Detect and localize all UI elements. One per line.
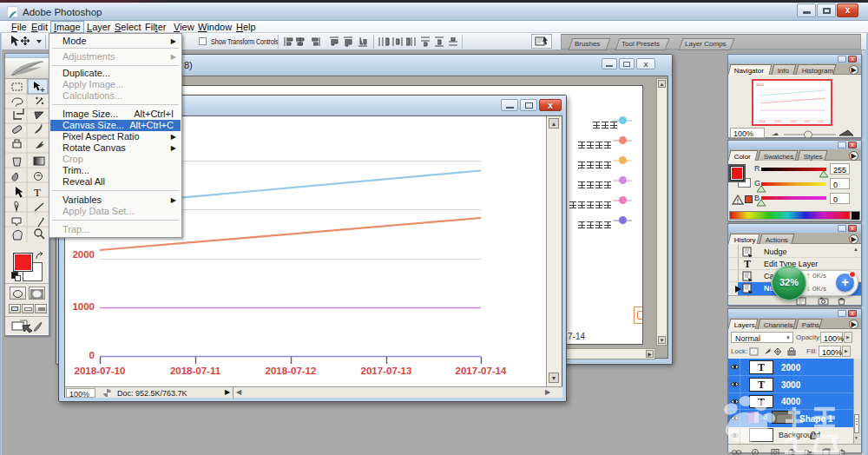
- svg-text:0: 0: [89, 350, 95, 360]
- svg-text:2017-07-14: 2017-07-14: [456, 366, 507, 376]
- svg-text:4000: 4000: [756, 82, 765, 87]
- svg-text:2000: 2000: [72, 249, 95, 260]
- svg-text:2018: 2018: [759, 120, 766, 123]
- svg-text:1000: 1000: [72, 301, 95, 312]
- svg-text:2018-07-12: 2018-07-12: [266, 366, 317, 376]
- svg-text:2017-07-13: 2017-07-13: [361, 366, 412, 376]
- svg-text:2018-07-11: 2018-07-11: [170, 366, 221, 376]
- svg-text:2018: 2018: [790, 120, 797, 123]
- svg-text:2018-07-10: 2018-07-10: [75, 366, 126, 376]
- svg-text:2017: 2017: [818, 120, 825, 123]
- svg-text:2017: 2017: [804, 120, 811, 123]
- svg-text:2018: 2018: [774, 120, 781, 123]
- svg-text:T: T: [34, 186, 41, 199]
